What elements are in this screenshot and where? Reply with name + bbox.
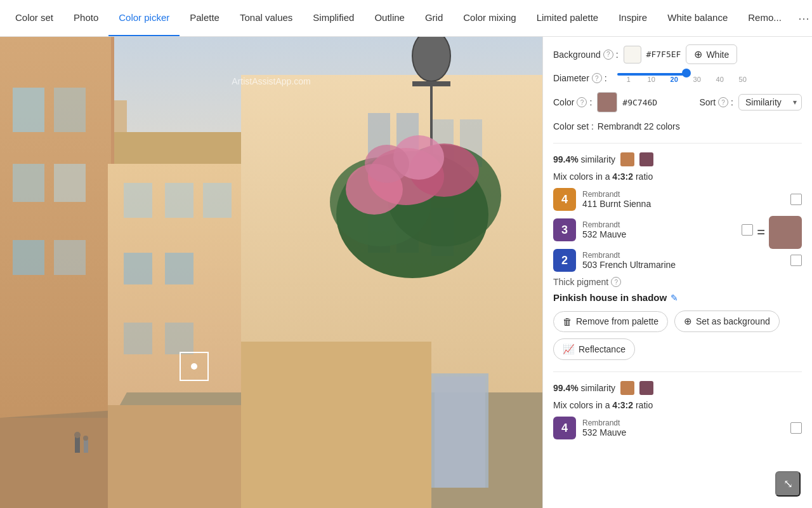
- nav-bar: Color setPhotoColor pickerPaletteTonal v…: [0, 0, 812, 37]
- svg-rect-19: [124, 323, 152, 354]
- edit-icon-1[interactable]: ✎: [671, 293, 678, 303]
- svg-rect-17: [124, 253, 152, 284]
- nav-item-color-mixing[interactable]: Color mixing: [453, 0, 526, 37]
- paint-item-3: 2 Rembrandt 503 French Ultramarine: [553, 249, 802, 272]
- svg-rect-18: [165, 253, 193, 284]
- similarity-pct-2: 99.4% similarity: [553, 383, 615, 393]
- sort-help-icon[interactable]: ?: [718, 97, 728, 107]
- similarity-pct-1: 99.4% similarity: [553, 154, 615, 164]
- svg-rect-20: [165, 323, 193, 354]
- nav-item-color-picker[interactable]: Color picker: [108, 0, 180, 37]
- background-swatch[interactable]: [624, 46, 641, 64]
- nav-item-outline[interactable]: Outline: [364, 0, 415, 37]
- nav-item-simplified[interactable]: Simplified: [303, 0, 364, 37]
- paint-brand-2: Rembrandt: [582, 220, 735, 229]
- sim-swatch-1a: [620, 152, 634, 166]
- paint-item-1: 4 Rembrandt 411 Burnt Sienna: [553, 188, 802, 211]
- slider-fill: [617, 73, 686, 76]
- paint-name-2: 532 Mauve: [582, 229, 735, 239]
- background-label: Set as background: [696, 316, 770, 326]
- sort-wrapper: Similarity Hue Lightness ▾: [738, 94, 802, 110]
- action-row-1b: 📈 Reflectance: [553, 338, 802, 360]
- white-button[interactable]: ⊕ White: [686, 44, 737, 64]
- nav-item-limited-palette[interactable]: Limited palette: [527, 0, 609, 37]
- main-layout: ArtistAssistApp.com Background ?: #F7F5E…: [0, 37, 812, 508]
- nav-item-grid[interactable]: Grid: [415, 0, 453, 37]
- mix-ratio-row-1: Mix colors in a 4:3:2 ratio: [553, 171, 802, 182]
- image-area[interactable]: ArtistAssistApp.com: [0, 37, 542, 508]
- thick-pigment: Thick pigment ?: [553, 277, 802, 287]
- remove-icon: 🗑: [563, 316, 572, 327]
- paint-brand-1: Rembrandt: [582, 190, 784, 199]
- slider-thumb[interactable]: [682, 69, 691, 77]
- fullscreen-button[interactable]: ⤡: [775, 471, 801, 497]
- paint-checkbox-4[interactable]: [790, 422, 802, 434]
- svg-rect-10: [54, 164, 86, 202]
- sim-swatch-2a: [620, 381, 634, 395]
- action-row-1: 🗑 Remove from palette ⊕ Set as backgroun…: [553, 311, 802, 332]
- reflectance-icon: 📈: [563, 344, 575, 355]
- nav-item-inspire[interactable]: Inspire: [608, 0, 657, 37]
- reflectance-label: Reflectance: [579, 344, 625, 354]
- svg-rect-15: [165, 183, 193, 218]
- set-as-background-button[interactable]: ⊕ Set as background: [674, 311, 780, 332]
- similarity-row-2: 99.4% similarity: [553, 381, 802, 395]
- svg-rect-48: [241, 342, 431, 508]
- svg-rect-9: [13, 164, 44, 202]
- paint-checkbox-3[interactable]: [790, 255, 802, 266]
- paint-checkbox-1[interactable]: [790, 194, 802, 205]
- paint-info-3: Rembrandt 503 French Ultramarine: [582, 251, 784, 270]
- paint-brand-3: Rembrandt: [582, 251, 784, 260]
- svg-rect-11: [13, 240, 44, 275]
- fullscreen-icon: ⤡: [783, 477, 793, 491]
- svg-rect-49: [75, 437, 80, 453]
- nav-item-remove[interactable]: Remo...: [738, 0, 792, 37]
- nav-item-palette[interactable]: Palette: [180, 0, 230, 37]
- diameter-help-icon[interactable]: ?: [592, 73, 602, 83]
- divider-1: [553, 143, 802, 144]
- svg-rect-43: [0, 418, 114, 508]
- color-label: Color ?:: [553, 97, 592, 107]
- tick-10: 10: [640, 76, 663, 83]
- divider-2: [553, 371, 802, 372]
- paint-info-1: Rembrandt 411 Burnt Sienna: [582, 190, 784, 209]
- color-swatch[interactable]: [597, 92, 617, 112]
- paint-num-1: 4: [553, 188, 576, 211]
- mix-ratio-row-2: Mix colors in a 4:3:2 ratio: [553, 400, 802, 410]
- background-label: Background ?:: [553, 50, 619, 60]
- remove-from-palette-button[interactable]: 🗑 Remove from palette: [553, 311, 668, 332]
- remove-label: Remove from palette: [576, 316, 658, 326]
- paint-checkbox-2[interactable]: [742, 224, 753, 236]
- tick-1: 1: [617, 76, 640, 83]
- nav-item-tonal-values[interactable]: Tonal values: [230, 0, 303, 37]
- result-card-2: 99.4% similarity Mix colors in a 4:3:2 r…: [553, 381, 802, 439]
- thick-pigment-help-icon[interactable]: ?: [611, 277, 621, 287]
- svg-rect-8: [54, 88, 86, 132]
- paint-num-4: 4: [553, 417, 576, 439]
- color-help-icon[interactable]: ?: [577, 97, 587, 107]
- svg-rect-16: [203, 183, 232, 218]
- paint-name-4: 532 Mauve: [582, 427, 784, 438]
- similarity-row-1: 99.4% similarity: [553, 152, 802, 166]
- color-row: Color ?: #9C746D Sort ?: Similarity Hue …: [553, 92, 802, 112]
- nav-more-button[interactable]: ⋯: [792, 11, 812, 25]
- diameter-label: Diameter ?:: [553, 73, 607, 83]
- equals-sign: =: [757, 224, 765, 241]
- background-help-icon[interactable]: ?: [603, 50, 613, 60]
- sort-select[interactable]: Similarity Hue Lightness: [738, 94, 802, 110]
- svg-rect-14: [124, 183, 152, 218]
- nav-item-color-set[interactable]: Color set: [5, 0, 63, 37]
- background-icon: ⊕: [684, 316, 692, 327]
- svg-rect-51: [84, 440, 88, 453]
- name-row-1: Pinkish house in shadow ✎: [553, 292, 802, 303]
- nav-item-white-balance[interactable]: White balance: [657, 0, 738, 37]
- svg-rect-47: [435, 377, 485, 488]
- svg-rect-44: [108, 405, 247, 508]
- color-set-value: Rembrandt 22 colors: [598, 121, 680, 131]
- paint-row-2: 3 Rembrandt 532 Mauve =: [553, 216, 802, 249]
- paint-brand-4: Rembrandt: [582, 418, 784, 427]
- nav-item-photo[interactable]: Photo: [63, 0, 108, 37]
- white-label: White: [706, 50, 729, 60]
- paint-item-2: 3 Rembrandt 532 Mauve: [553, 218, 753, 241]
- reflectance-button[interactable]: 📈 Reflectance: [553, 338, 635, 360]
